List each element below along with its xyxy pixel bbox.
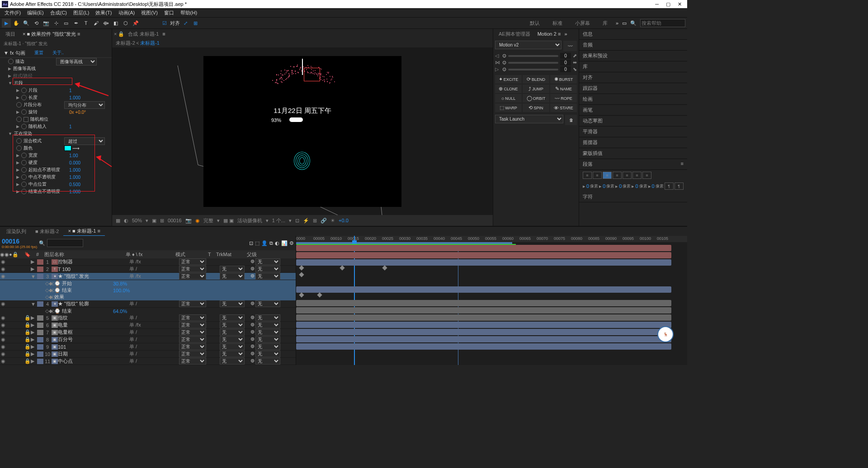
close-button[interactable]: ✕ bbox=[678, 1, 682, 7]
label-color[interactable] bbox=[37, 274, 43, 279]
flowchart-icon[interactable]: 🔗 bbox=[321, 218, 327, 224]
visibility-icon[interactable]: ◉ bbox=[1, 358, 6, 364]
dist-dropdown[interactable]: 均匀分布 bbox=[64, 101, 105, 109]
visibility-icon[interactable]: ◉ bbox=[1, 344, 6, 350]
project-tab[interactable]: 项目 bbox=[2, 30, 19, 38]
quality-dropdown[interactable]: 完整 bbox=[203, 217, 213, 224]
indent-icon-4[interactable]: ▸ bbox=[648, 183, 651, 189]
ease-in-slider[interactable] bbox=[508, 55, 558, 57]
menu-composition[interactable]: 合成(C) bbox=[47, 9, 70, 17]
layer-row-11[interactable]: ◉ 🔒 ▶ 11 ▣ 中心点 单 / 正常 无 ⊚无 bbox=[0, 358, 296, 365]
menu-window[interactable]: 窗口 bbox=[161, 9, 177, 17]
panel-3[interactable]: 库 bbox=[579, 61, 687, 72]
layer-bar[interactable] bbox=[296, 314, 671, 321]
trkmat-dropdown[interactable]: 无 bbox=[220, 300, 245, 307]
twirl-icon[interactable]: ▶ bbox=[31, 259, 37, 265]
keyframe-icon[interactable] bbox=[299, 272, 304, 277]
ease-knob-icon[interactable]: ⊙ bbox=[502, 53, 506, 59]
parent-dropdown[interactable]: 无 bbox=[255, 322, 280, 328]
layer-bar[interactable] bbox=[296, 259, 671, 266]
panel-11[interactable]: 蒙版插值 bbox=[579, 148, 687, 159]
indent-icon-0[interactable]: ▸ bbox=[583, 183, 585, 189]
ease-both-slider[interactable] bbox=[508, 62, 558, 64]
menu-view[interactable]: 视图(V) bbox=[138, 9, 160, 17]
layer-name[interactable]: 电量 bbox=[58, 322, 129, 328]
effect-controls-tab[interactable]: × ■ 效果控件 "指纹"发光 ≡ bbox=[19, 30, 84, 38]
rotation-value[interactable]: 0x +0.0° bbox=[69, 110, 86, 115]
anchor-ul-icon[interactable]: ⬈ bbox=[573, 53, 577, 59]
trkmat-dropdown[interactable]: 无 bbox=[220, 336, 245, 343]
menu-help[interactable]: 帮助(H) bbox=[178, 9, 200, 17]
layer-row-4[interactable]: ◉ ▼ 4 ★ ★ "指纹" 轮廓 单 / 正常 无 ⊚无 bbox=[0, 300, 296, 308]
search-icon[interactable]: 🔍 bbox=[39, 240, 45, 246]
layer-name[interactable]: 电量框 bbox=[58, 329, 129, 336]
property-row[interactable]: ◇◆▷ ⌚ 结束 64.0% bbox=[0, 308, 296, 314]
menu-layer[interactable]: 图层(L) bbox=[71, 9, 92, 17]
keyframe-icon[interactable] bbox=[299, 292, 304, 297]
trkmat-dropdown[interactable]: 无 bbox=[220, 273, 245, 280]
roto-tool[interactable]: ⬡ bbox=[121, 19, 130, 28]
motion-blend-button[interactable]: ⟳ BLEND bbox=[523, 75, 549, 84]
label-color[interactable] bbox=[37, 359, 43, 364]
label-color[interactable] bbox=[37, 259, 43, 265]
panel-4[interactable]: 对齐 bbox=[579, 72, 687, 83]
layer-row-1[interactable]: ◉ ▶ 1 □ 控制器 单 /fx 正常 ⊚无 bbox=[0, 258, 296, 266]
motion-graph-icon[interactable]: 〰 bbox=[563, 41, 577, 51]
para-ltr-icon[interactable]: ¶ bbox=[675, 183, 684, 190]
mask-icon[interactable]: ◐ bbox=[124, 218, 128, 224]
indent-icon-1[interactable]: ▸ bbox=[599, 183, 602, 189]
parent-dropdown[interactable]: 无 bbox=[255, 358, 280, 365]
pixel-aspect-icon[interactable]: ⊡ bbox=[295, 218, 299, 224]
blend-mode-dropdown[interactable]: 正常 bbox=[179, 336, 206, 343]
pickwhip-icon[interactable]: ⊚ bbox=[250, 351, 255, 357]
layer-row-2[interactable]: ◉ ▶ 2 T T 100 单 / 正常 无 ⊚无 bbox=[0, 266, 296, 273]
motion-excite-button[interactable]: ✦ EXCITE bbox=[495, 75, 522, 84]
panel-10[interactable]: 摇摆器 bbox=[579, 137, 687, 148]
blend-mode-dropdown[interactable]: 正常 bbox=[179, 322, 206, 328]
search-help-input[interactable] bbox=[640, 19, 685, 27]
twirl-icon[interactable]: ▼ bbox=[31, 301, 37, 307]
panel-7[interactable]: 画笔 bbox=[579, 105, 687, 116]
twirl-icon[interactable]: ▶ bbox=[31, 344, 37, 350]
anchor-tool[interactable]: ⊹ bbox=[52, 19, 61, 28]
blend-mode-dropdown[interactable]: 正常 bbox=[179, 343, 206, 350]
motion-jump-button[interactable]: ⤴ JUMP bbox=[523, 84, 549, 93]
eyedropper-icon[interactable]: ⟿ bbox=[72, 145, 80, 151]
workspace-default[interactable]: 默认 bbox=[525, 19, 544, 28]
blend-mode-dropdown[interactable]: 正常 bbox=[179, 266, 206, 272]
lock-icon[interactable]: 🔒 bbox=[24, 337, 31, 342]
layer-bar[interactable] bbox=[296, 245, 671, 251]
roi-icon[interactable]: ▣ bbox=[152, 218, 156, 224]
layer-row-7[interactable]: ◉ 🔒 ▶ 7 ▣ 电量框 单 / 正常 无 ⊚无 bbox=[0, 329, 296, 336]
layer-bar[interactable] bbox=[296, 322, 671, 328]
clone-tool[interactable]: ⟴ bbox=[101, 19, 110, 28]
trkmat-dropdown[interactable]: 无 bbox=[220, 314, 245, 321]
camera-tool[interactable]: 📷 bbox=[42, 19, 51, 28]
stopwatch-icon[interactable] bbox=[8, 59, 14, 64]
visibility-icon[interactable]: ◉ bbox=[1, 259, 6, 265]
pickwhip-icon[interactable]: ⊚ bbox=[250, 336, 255, 343]
panel-8[interactable]: 动态草图 bbox=[579, 116, 687, 126]
twirl-icon[interactable]: ▶ bbox=[31, 315, 37, 321]
anchor-mid-icon[interactable]: ⬌ bbox=[573, 60, 577, 66]
visibility-icon[interactable]: ◉ bbox=[1, 315, 6, 321]
panel-12[interactable]: 段落≡ bbox=[579, 159, 687, 170]
blend-mode-dropdown[interactable]: 正常 bbox=[179, 329, 206, 336]
label-color[interactable] bbox=[37, 315, 43, 321]
menu-animation[interactable]: 动画(A) bbox=[116, 9, 138, 17]
label-color[interactable] bbox=[37, 351, 43, 357]
lock-icon[interactable]: 🔒 bbox=[24, 315, 31, 321]
panel-0[interactable]: 信息 bbox=[579, 29, 687, 40]
shy-icon[interactable]: 👤 bbox=[261, 240, 268, 246]
visibility-icon[interactable]: ◉ bbox=[1, 329, 6, 335]
twirl-icon[interactable]: ▶ bbox=[8, 66, 11, 71]
panel-1[interactable]: 音频 bbox=[579, 40, 687, 51]
menu-edit[interactable]: 编辑(E) bbox=[24, 9, 47, 17]
exposure-value[interactable]: +0.0 bbox=[339, 218, 349, 223]
maximize-button[interactable]: ▢ bbox=[666, 1, 670, 7]
pickwhip-icon[interactable]: ⊚ bbox=[250, 329, 255, 336]
motion-blur-icon[interactable]: ◐ bbox=[275, 240, 279, 246]
lock-icon[interactable]: 🔒 bbox=[24, 329, 31, 335]
blend-mode-dropdown[interactable]: 正常 bbox=[179, 273, 206, 280]
label-color[interactable] bbox=[37, 323, 43, 328]
